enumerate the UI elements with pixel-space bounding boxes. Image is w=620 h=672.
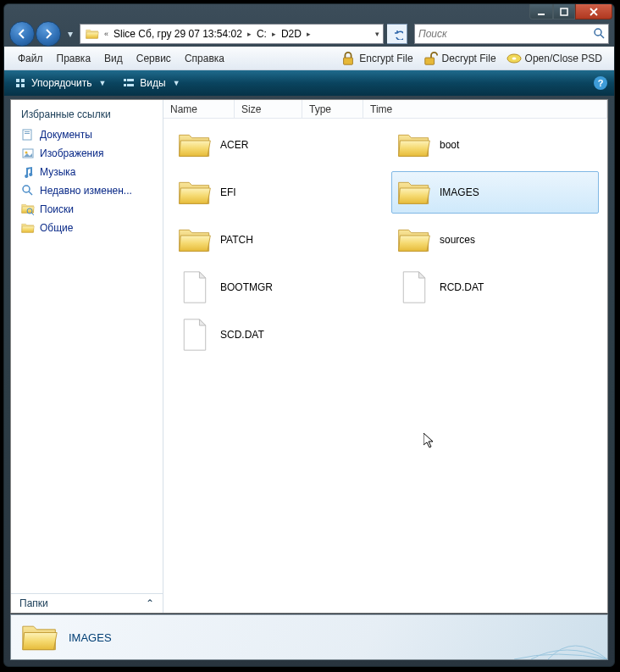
- column-headers: Name Size Type Time: [163, 100, 607, 119]
- folder-item[interactable]: PATCH: [172, 219, 379, 261]
- file-item[interactable]: RCD.DAT: [391, 266, 599, 308]
- details-name: IMAGES: [69, 631, 112, 644]
- nav-row: ▾ « Slice Сб, гру 29 07 13:54:02 ▸ C: ▸ …: [4, 21, 614, 47]
- folder-icon: [178, 223, 212, 257]
- folder-icon: [178, 128, 212, 162]
- nav-history-dropdown[interactable]: ▾: [64, 28, 76, 40]
- fav-link[interactable]: Документы: [11, 125, 163, 144]
- encrypt-button[interactable]: Encrypt File: [335, 49, 418, 68]
- file-icon: [178, 318, 212, 352]
- music-icon: [21, 165, 35, 179]
- item-label: SCD.DAT: [220, 329, 264, 341]
- col-type[interactable]: Type: [302, 100, 363, 118]
- titlebar[interactable]: [4, 4, 614, 21]
- col-name[interactable]: Name: [163, 100, 235, 118]
- fav-link-label: Поиски: [40, 203, 74, 215]
- fav-link-label: Общие: [40, 222, 73, 234]
- file-item[interactable]: SCD.DAT: [172, 314, 379, 356]
- file-icon: [397, 270, 431, 304]
- menu-file[interactable]: Файл: [11, 49, 50, 68]
- doc-icon: [21, 128, 35, 142]
- folder-item[interactable]: sources: [391, 219, 599, 261]
- fav-link[interactable]: Изображения: [11, 144, 163, 163]
- organize-icon: [14, 77, 26, 89]
- menu-view[interactable]: Вид: [97, 49, 130, 68]
- svg-rect-7: [16, 79, 19, 82]
- folder-item[interactable]: ACER: [172, 124, 379, 166]
- item-label: boot: [440, 139, 459, 151]
- fav-link-label: Изображения: [40, 147, 103, 159]
- fav-link[interactable]: Поиски: [11, 200, 163, 219]
- breadcrumb-part: Slice Сб, гру 29 07 13:54:02: [110, 25, 246, 43]
- folders-toggle[interactable]: Папки ⌃: [11, 593, 163, 613]
- pic-icon: [21, 147, 35, 160]
- forward-button[interactable]: [36, 21, 61, 47]
- chevron-up-icon: ⌃: [146, 597, 154, 609]
- folder-icon: [21, 619, 58, 656]
- search-box[interactable]: [414, 24, 609, 44]
- col-time[interactable]: Time: [363, 100, 607, 118]
- menu-tools[interactable]: Сервис: [130, 49, 178, 68]
- search-icon: [593, 27, 605, 42]
- views-button[interactable]: Виды▼: [118, 75, 185, 91]
- item-label: PATCH: [220, 234, 253, 246]
- decrypt-button[interactable]: Decrypt File: [418, 49, 501, 68]
- svg-rect-15: [23, 130, 31, 140]
- svg-point-4: [595, 29, 601, 36]
- minimize-button[interactable]: [529, 4, 553, 19]
- search-input[interactable]: [418, 28, 605, 40]
- back-button[interactable]: [9, 21, 35, 47]
- list-pane: Name Size Type Time ACERbootEFIIMAGESPAT…: [163, 100, 607, 613]
- fav-link-label: Музыка: [40, 166, 75, 178]
- items-area[interactable]: ACERbootEFIIMAGESPATCHsourcesBOOTMGRRCD.…: [163, 119, 607, 613]
- menubar: Файл Правка Вид Сервис Справка Encrypt F…: [4, 47, 614, 70]
- favorite-links-header: Избранные ссылки: [11, 105, 163, 125]
- maximize-button[interactable]: [553, 4, 575, 19]
- menu-edit[interactable]: Правка: [50, 49, 98, 68]
- svg-rect-9: [16, 84, 19, 87]
- psd-button[interactable]: Open/Close PSD: [501, 51, 607, 66]
- address-bar[interactable]: « Slice Сб, гру 29 07 13:54:02 ▸ C: ▸ D2…: [80, 24, 384, 44]
- help-button[interactable]: ?: [594, 76, 607, 90]
- item-label: BOOTMGR: [220, 281, 273, 293]
- svg-rect-12: [127, 79, 134, 81]
- item-label: EFI: [220, 186, 236, 198]
- folder-icon: [178, 175, 212, 209]
- breadcrumb-part: D2D: [278, 25, 305, 43]
- folder-item[interactable]: EFI: [172, 171, 379, 214]
- fav-link[interactable]: Общие: [11, 219, 163, 237]
- svg-rect-11: [124, 79, 126, 81]
- details-pane: IMAGES: [10, 614, 608, 660]
- fav-link[interactable]: Музыка: [11, 163, 163, 181]
- svg-rect-2: [538, 14, 545, 15]
- search-icon: [21, 184, 35, 197]
- nav-pane: Избранные ссылки ДокументыИзображенияМуз…: [11, 100, 163, 613]
- fav-link-label: Недавно изменен...: [40, 185, 132, 197]
- content-body: Избранные ссылки ДокументыИзображенияМуз…: [10, 99, 608, 614]
- folder-icon: [397, 223, 431, 257]
- svg-rect-16: [25, 131, 30, 132]
- searchf-icon: [21, 203, 35, 216]
- svg-rect-10: [21, 84, 25, 87]
- breadcrumb-part: C:: [253, 25, 270, 43]
- item-label: RCD.DAT: [440, 281, 484, 293]
- address-dropdown-icon[interactable]: ▾: [374, 30, 381, 38]
- organize-button[interactable]: Упорядочить▼: [9, 75, 111, 91]
- fav-link-label: Документы: [40, 129, 92, 141]
- fav-link[interactable]: Недавно изменен...: [11, 181, 163, 200]
- item-label: sources: [440, 234, 475, 246]
- refresh-button[interactable]: [387, 24, 407, 44]
- file-item[interactable]: BOOTMGR: [172, 266, 379, 308]
- svg-rect-8: [21, 79, 25, 82]
- menu-help[interactable]: Справка: [178, 49, 231, 68]
- close-button[interactable]: [575, 4, 612, 19]
- file-icon: [178, 270, 212, 304]
- decorative-swoosh: [506, 614, 607, 659]
- folder-item[interactable]: boot: [391, 124, 599, 166]
- svg-point-6: [512, 58, 516, 60]
- folder-icon: [21, 221, 35, 235]
- folder-item[interactable]: IMAGES: [391, 171, 599, 214]
- col-size[interactable]: Size: [235, 100, 302, 118]
- item-label: ACER: [220, 139, 248, 151]
- folder-icon: [397, 128, 431, 162]
